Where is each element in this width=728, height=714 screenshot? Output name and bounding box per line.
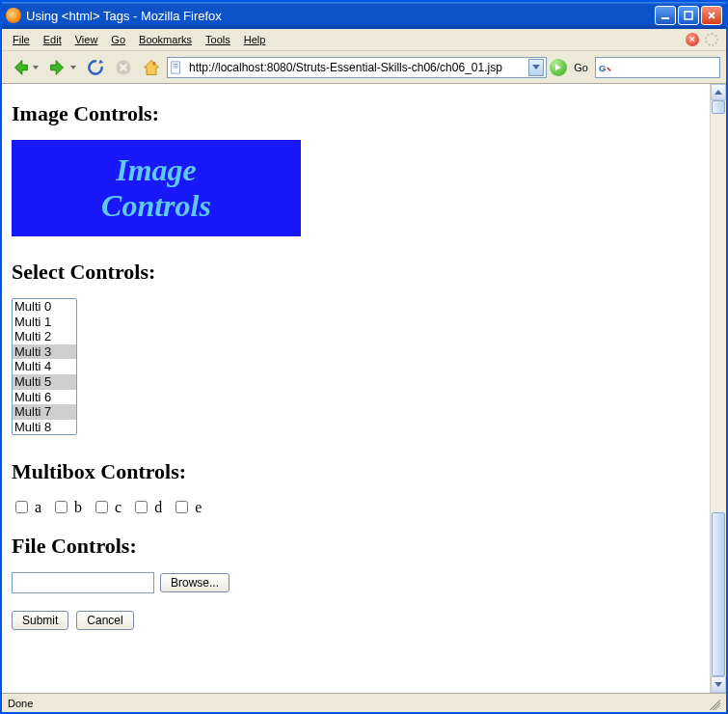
file-browse-button[interactable]: Browse... <box>160 573 229 592</box>
menubar: File Edit View Go Bookmarks Tools Help ✕ <box>2 29 726 51</box>
menu-edit[interactable]: Edit <box>37 32 68 47</box>
firefox-icon <box>6 8 21 23</box>
forward-button[interactable] <box>45 55 80 80</box>
navigation-toolbar: Go G <box>2 51 726 84</box>
menu-file[interactable]: File <box>6 32 37 47</box>
content-viewport: Image Controls: Image Controls Select Co… <box>2 84 726 693</box>
url-bar[interactable] <box>167 57 547 78</box>
statusbar: Done <box>2 693 726 712</box>
multibox-item[interactable]: b <box>51 498 82 516</box>
stop-icon <box>114 58 133 77</box>
multibox-checkbox[interactable] <box>175 501 188 513</box>
google-search-icon: G <box>599 61 612 74</box>
svg-rect-0 <box>661 17 669 19</box>
menu-tools[interactable]: Tools <box>199 32 237 47</box>
multibox-checkbox[interactable] <box>15 501 28 513</box>
scroll-up-button[interactable] <box>711 84 726 100</box>
select-option[interactable]: Multi 3 <box>13 344 76 360</box>
menu-bookmarks[interactable]: Bookmarks <box>132 32 199 47</box>
window-titlebar: Using <html> Tags - Mozilla Firefox <box>2 2 726 29</box>
multibox-checkbox[interactable] <box>55 501 67 513</box>
select-option[interactable]: Multi 1 <box>13 315 76 330</box>
home-button[interactable] <box>139 55 164 80</box>
stop-button <box>111 55 136 80</box>
activity-throbber-icon <box>705 33 718 46</box>
resize-grip[interactable] <box>707 697 720 710</box>
adblock-icon[interactable]: ✕ <box>686 33 699 46</box>
page-icon <box>170 61 183 74</box>
maximize-button[interactable] <box>678 6 699 25</box>
heading-multibox-controls: Multibox Controls: <box>12 459 700 484</box>
multibox-item[interactable]: d <box>131 498 162 516</box>
scroll-track[interactable] <box>711 100 726 676</box>
cancel-button[interactable]: Cancel <box>76 611 133 630</box>
home-icon <box>142 58 161 77</box>
submit-row: Submit Cancel <box>12 611 700 630</box>
submit-button[interactable]: Submit <box>12 611 68 630</box>
multibox-label: e <box>195 499 202 516</box>
reload-icon <box>86 58 105 77</box>
image-control[interactable]: Image Controls <box>12 140 301 236</box>
image-control-line2: Controls <box>101 188 211 223</box>
page-content: Image Controls: Image Controls Select Co… <box>2 84 710 693</box>
status-text: Done <box>8 698 33 709</box>
back-arrow-icon <box>10 57 31 78</box>
multi-select[interactable]: Multi 0Multi 1Multi 2Multi 3Multi 4Multi… <box>12 298 77 435</box>
multibox-item[interactable]: e <box>172 498 202 516</box>
svg-rect-1 <box>685 12 692 19</box>
go-arrow-icon <box>553 63 563 72</box>
go-label: Go <box>574 62 588 73</box>
multibox-row: abcde <box>12 498 700 516</box>
select-option[interactable]: Multi 5 <box>13 374 76 390</box>
select-option[interactable]: Multi 7 <box>13 404 76 420</box>
go-button[interactable] <box>550 59 567 76</box>
vertical-scrollbar[interactable] <box>710 84 726 693</box>
heading-image-controls: Image Controls: <box>12 101 700 126</box>
select-option[interactable]: Multi 2 <box>13 329 76 344</box>
url-input[interactable] <box>187 60 528 75</box>
window-title: Using <html> Tags - Mozilla Firefox <box>26 9 655 23</box>
scroll-down-button[interactable] <box>711 676 726 693</box>
svg-rect-3 <box>153 62 156 65</box>
multibox-label: c <box>115 499 121 516</box>
scroll-thumb-top[interactable] <box>712 100 725 114</box>
close-button[interactable] <box>701 6 722 25</box>
menu-view[interactable]: View <box>68 32 105 47</box>
multibox-item[interactable]: c <box>92 498 121 516</box>
image-control-line1: Image <box>116 152 197 187</box>
select-option[interactable]: Multi 8 <box>13 420 76 435</box>
reload-button[interactable] <box>83 55 108 80</box>
url-dropdown[interactable] <box>528 59 544 76</box>
scroll-thumb[interactable] <box>712 512 725 676</box>
select-option[interactable]: Multi 4 <box>13 359 76 374</box>
multibox-checkbox[interactable] <box>95 501 108 513</box>
multibox-label: d <box>154 499 162 516</box>
multibox-label: b <box>74 499 82 516</box>
select-option[interactable]: Multi 0 <box>13 299 76 315</box>
forward-arrow-icon <box>47 57 68 78</box>
multibox-checkbox[interactable] <box>135 501 148 513</box>
menu-help[interactable]: Help <box>237 32 273 47</box>
menu-go[interactable]: Go <box>104 32 132 47</box>
file-control-row: Browse... <box>12 572 700 593</box>
heading-select-controls: Select Controls: <box>12 260 700 285</box>
back-button[interactable] <box>8 55 42 80</box>
select-option[interactable]: Multi 6 <box>13 390 76 405</box>
svg-text:G: G <box>599 62 606 72</box>
multibox-item[interactable]: a <box>12 498 41 516</box>
heading-file-controls: File Controls: <box>12 534 700 559</box>
multibox-label: a <box>35 499 41 516</box>
file-path-input[interactable] <box>12 572 154 593</box>
search-bar[interactable]: G <box>595 57 720 78</box>
minimize-button[interactable] <box>655 6 676 25</box>
